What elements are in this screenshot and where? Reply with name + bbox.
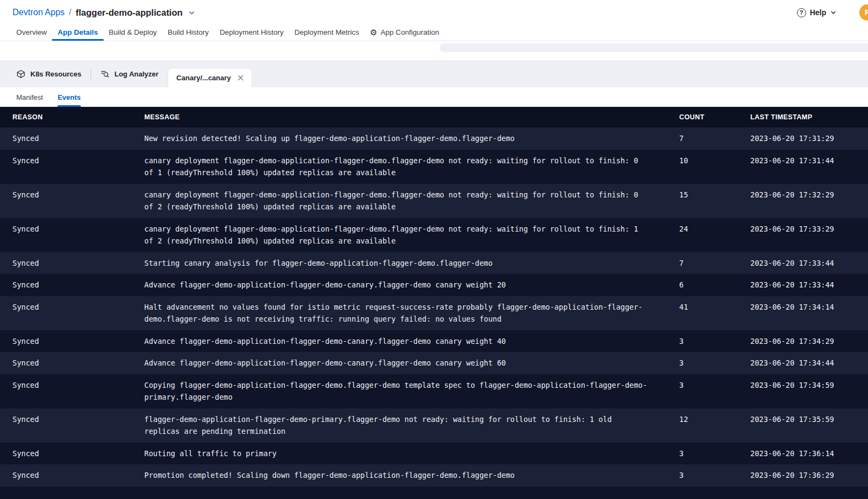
table-row: Synced Routing all traffic to primary 3 …: [0, 443, 868, 465]
event-timestamp: 2023-06-20 17:34:14: [750, 301, 868, 314]
column-header-reason: REASON: [0, 113, 144, 121]
table-row: Synced Advance flagger-demo-application-…: [0, 352, 868, 374]
tab-deployment-history[interactable]: Deployment History: [214, 25, 289, 41]
event-count: 12: [679, 413, 750, 426]
event-reason: Synced: [0, 155, 144, 167]
tab-app-details[interactable]: App Details: [52, 25, 103, 41]
event-count: 41: [679, 301, 750, 314]
event-message: Advance flagger-demo-application-flagger…: [144, 335, 679, 348]
tab-separator: [91, 69, 91, 79]
events-table-body: Synced New revision detected! Scaling up…: [0, 127, 868, 487]
table-row: Synced New revision detected! Scaling up…: [0, 127, 868, 150]
event-count: 7: [679, 132, 750, 145]
event-timestamp: 2023-06-20 17:36:29: [750, 469, 868, 482]
help-chevron-down-icon: [830, 9, 837, 16]
table-row: Synced flagger-demo-application-flagger-…: [0, 408, 868, 443]
event-reason: Synced: [0, 301, 144, 314]
event-count: 15: [679, 189, 750, 201]
resource-tab-bar: K8s Resources Log Analyzer Canary/...can…: [0, 61, 868, 87]
event-message: canary deployment flagger-demo-applicati…: [144, 223, 679, 247]
event-message: Starting canary analysis for flagger-dem…: [144, 257, 679, 270]
event-reason: Synced: [0, 335, 144, 348]
event-message: Copying flagger-demo-application-flagger…: [144, 379, 679, 404]
table-row: Synced Starting canary analysis for flag…: [0, 252, 868, 274]
event-reason: Synced: [0, 413, 144, 426]
event-count: 10: [679, 155, 750, 167]
resource-subtabs: Manifest Events: [0, 87, 868, 107]
table-row: Synced canary deployment flagger-demo-ap…: [0, 218, 868, 252]
event-timestamp: 2023-06-20 17:31:44: [750, 155, 868, 167]
event-timestamp: 2023-06-20 17:33:29: [750, 223, 868, 235]
event-timestamp: 2023-06-20 17:31:29: [750, 132, 868, 145]
event-message: Advance flagger-demo-application-flagger…: [144, 279, 679, 291]
event-timestamp: 2023-06-20 17:34:59: [750, 379, 868, 392]
tab-log-analyzer[interactable]: Log Analyzer: [100, 61, 158, 87]
event-reason: Synced: [0, 447, 144, 460]
event-count: 3: [679, 335, 750, 348]
close-icon[interactable]: [238, 75, 244, 81]
event-timestamp: 2023-06-20 17:32:29: [750, 189, 868, 201]
tab-overview[interactable]: Overview: [11, 25, 52, 41]
event-reason: Synced: [0, 279, 144, 291]
event-count: 3: [679, 357, 750, 369]
tab-canary-resource[interactable]: Canary/...canary: [168, 68, 252, 87]
help-label: Help: [810, 8, 826, 17]
event-count: 3: [679, 469, 750, 482]
event-reason: Synced: [0, 223, 144, 235]
breadcrumb-separator: /: [69, 8, 71, 17]
help-question-icon: ?: [797, 8, 806, 17]
table-row: Synced canary deployment flagger-demo-ap…: [0, 150, 868, 184]
subtab-events[interactable]: Events: [58, 87, 81, 107]
top-bar: Devtron Apps / flagger-demo-application …: [0, 0, 868, 25]
tab-build-history[interactable]: Build History: [162, 25, 214, 41]
gear-icon: ⚙: [370, 28, 377, 36]
column-header-last-timestamp: LAST TIMESTAMP: [750, 113, 868, 121]
column-header-count: COUNT: [679, 113, 750, 121]
event-message: Promotion completed! Scaling down flagge…: [144, 469, 679, 482]
event-timestamp: 2023-06-20 17:35:59: [750, 413, 868, 426]
table-row: Synced Copying flagger-demo-application-…: [0, 374, 868, 408]
log-analyzer-icon: [100, 69, 110, 79]
tab-k8s-resources[interactable]: K8s Resources: [16, 61, 81, 87]
event-message: New revision detected! Scaling up flagge…: [144, 132, 679, 145]
event-count: 24: [679, 223, 750, 235]
user-avatar[interactable]: R: [859, 4, 868, 21]
scrolled-card-edge: [439, 43, 868, 52]
event-message: canary deployment flagger-demo-applicati…: [144, 155, 679, 179]
breadcrumb-app-name: flagger-demo-application: [76, 8, 183, 18]
event-timestamp: 2023-06-20 17:34:29: [750, 335, 868, 348]
table-row: Synced Advance flagger-demo-application-…: [0, 274, 868, 296]
event-reason: Synced: [0, 257, 144, 270]
event-message: canary deployment flagger-demo-applicati…: [144, 189, 679, 213]
event-message: flagger-demo-application-flagger-demo-pr…: [144, 413, 679, 438]
event-timestamp: 2023-06-20 17:36:14: [750, 447, 868, 460]
event-count: 7: [679, 257, 750, 270]
content-band: [0, 41, 868, 61]
events-table-filler: [0, 487, 868, 499]
app-switcher-chevron-down-icon[interactable]: [188, 9, 195, 16]
breadcrumb-devtron-apps-link[interactable]: Devtron Apps: [12, 8, 65, 17]
event-count: 3: [679, 379, 750, 392]
tab-deployment-metrics[interactable]: Deployment Metrics: [289, 25, 365, 41]
table-row: Synced Halt advancement no values found …: [0, 296, 868, 330]
cube-icon: [16, 69, 25, 79]
events-table: REASON MESSAGE COUNT LAST TIMESTAMP Sync…: [0, 107, 868, 499]
event-message: Halt advancement no values found for ist…: [144, 301, 679, 325]
events-table-header: REASON MESSAGE COUNT LAST TIMESTAMP: [0, 107, 868, 127]
breadcrumb: Devtron Apps / flagger-demo-application: [12, 8, 195, 18]
event-reason: Synced: [0, 189, 144, 201]
help-menu[interactable]: ? Help: [797, 8, 837, 17]
event-reason: Synced: [0, 132, 144, 145]
event-timestamp: 2023-06-20 17:33:44: [750, 257, 868, 270]
tab-app-configuration[interactable]: ⚙ App Configuration: [365, 25, 445, 41]
event-reason: Synced: [0, 469, 144, 482]
subtab-manifest[interactable]: Manifest: [16, 87, 43, 107]
table-row: Synced canary deployment flagger-demo-ap…: [0, 184, 868, 218]
event-reason: Synced: [0, 357, 144, 369]
event-timestamp: 2023-06-20 17:33:44: [750, 279, 868, 291]
event-count: 3: [679, 447, 750, 460]
event-message: Advance flagger-demo-application-flagger…: [144, 357, 679, 369]
column-header-message: MESSAGE: [144, 113, 679, 121]
event-message: Routing all traffic to primary: [144, 447, 679, 460]
tab-build-deploy[interactable]: Build & Deploy: [104, 25, 163, 41]
